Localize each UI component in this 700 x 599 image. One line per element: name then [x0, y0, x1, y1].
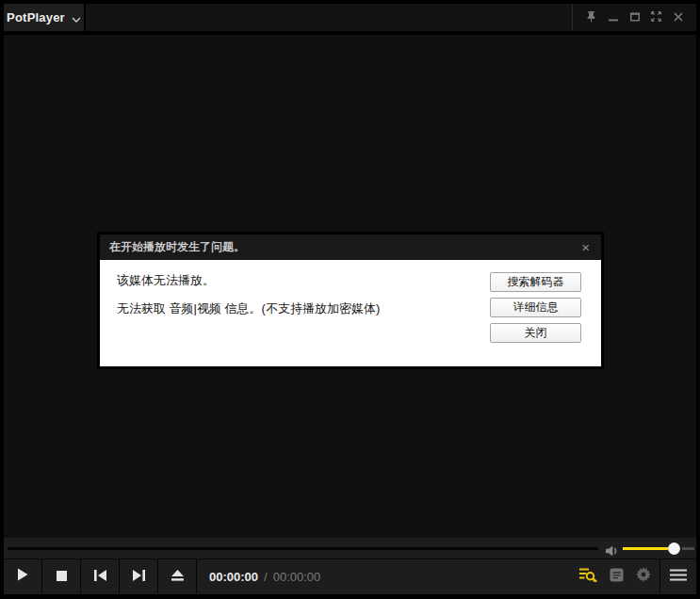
close-icon [673, 9, 684, 26]
volume-track-empty[interactable] [682, 547, 694, 550]
fullscreen-icon [650, 9, 662, 26]
stop-icon [57, 568, 67, 585]
time-current: 00:00:00 [209, 570, 258, 584]
subtitle-doc-button[interactable] [610, 568, 624, 586]
playlist-search-button[interactable] [578, 567, 597, 586]
time-display: 00:00:00 / 00:00:00 [197, 559, 320, 593]
error-dialog: 在开始播放时发生了问题。 × 该媒体无法播放。 无法获取 音频|视频 信息。(不… [97, 232, 604, 369]
next-icon [133, 568, 145, 585]
maximize-icon [629, 9, 641, 26]
transport-bar: 00:00:00 / 00:00:00 [4, 559, 696, 593]
maximize-button[interactable] [624, 4, 645, 31]
time-total: 00:00:00 [273, 570, 321, 584]
subtitle-doc-icon [610, 569, 624, 585]
main-menu-button[interactable] [659, 559, 696, 593]
dialog-body: 该媒体无法播放。 无法获取 音频|视频 信息。(不支持播放加密媒体) 搜索解码器… [100, 260, 601, 366]
previous-icon [94, 568, 106, 585]
seekbar[interactable] [8, 547, 598, 550]
minimize-button[interactable] [602, 4, 624, 31]
dialog-message-line1: 该媒体无法播放。 [117, 272, 215, 289]
dialog-close-button[interactable]: × [579, 240, 592, 254]
dialog-titlebar[interactable]: 在开始播放时发生了问题。 × [100, 235, 601, 260]
pin-icon [585, 9, 597, 26]
app-title: PotPlayer [7, 10, 65, 24]
dialog-close-action-button[interactable]: 关闭 [490, 323, 581, 343]
dialog-title: 在开始播放时发生了问题。 [109, 239, 245, 255]
time-separator: / [264, 570, 268, 584]
previous-button[interactable] [81, 559, 120, 593]
menu-icon [669, 568, 688, 585]
minimize-icon [608, 9, 619, 26]
playlist-search-icon [578, 569, 597, 585]
dialog-message-line2: 无法获取 音频|视频 信息。(不支持播放加密媒体) [117, 300, 380, 317]
details-button[interactable]: 详细信息 [490, 298, 581, 317]
seek-row [4, 538, 696, 559]
fullscreen-button[interactable] [645, 4, 667, 31]
right-icon-group [578, 559, 651, 593]
play-icon [17, 568, 28, 585]
search-codec-button[interactable]: 搜索解码器 [490, 272, 581, 292]
stop-button[interactable] [42, 559, 81, 593]
speaker-icon [605, 543, 621, 560]
next-button[interactable] [120, 559, 158, 593]
titlebar: PotPlayer [4, 4, 696, 31]
dialog-button-column: 搜索解码器 详细信息 关闭 [490, 272, 581, 343]
app-menu-button[interactable]: PotPlayer [4, 4, 86, 31]
close-button[interactable] [667, 4, 689, 31]
window-controls [572, 4, 696, 31]
gear-icon [636, 569, 651, 585]
eject-icon [171, 568, 184, 585]
eject-button[interactable] [158, 559, 197, 593]
chevron-down-icon [72, 9, 81, 26]
pin-button[interactable] [580, 4, 602, 31]
play-button[interactable] [4, 559, 42, 593]
settings-button[interactable] [636, 567, 651, 586]
volume-thumb[interactable] [668, 542, 680, 555]
volume-track-filled[interactable] [623, 547, 672, 550]
control-panel: 00:00:00 / 00:00:00 [4, 538, 696, 594]
